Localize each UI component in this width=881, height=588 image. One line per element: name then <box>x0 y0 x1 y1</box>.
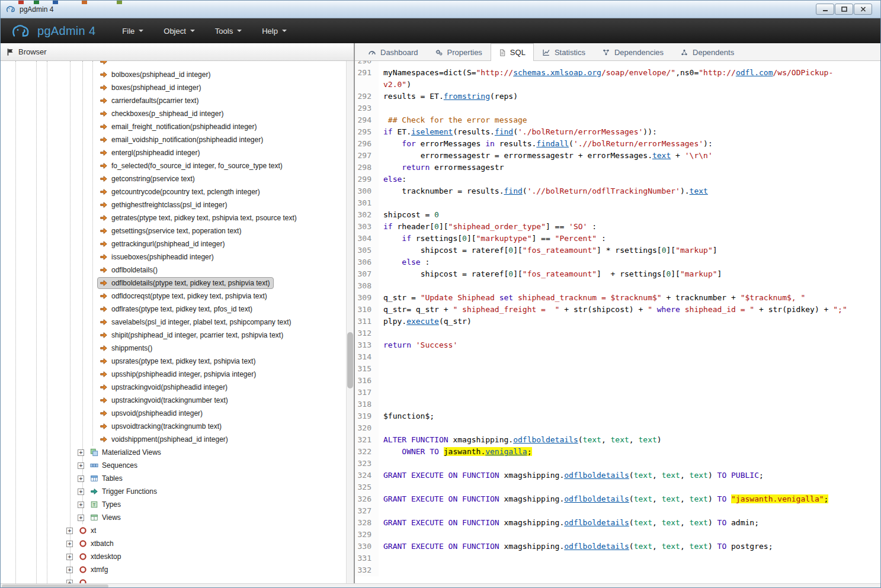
tree-item[interactable]: +Tables <box>1 472 346 485</box>
tree-item-content[interactable]: email_freight_notification(pshipheadid i… <box>97 121 261 133</box>
code-text[interactable]: shipcost = rateref[0]["fos_rateamount"] … <box>379 268 856 280</box>
code-text[interactable]: else : <box>379 256 856 268</box>
code-text[interactable]: results = ET.fromstring(reps) <box>379 91 856 102</box>
code-text[interactable] <box>379 399 856 410</box>
tree-item[interactable]: gettrackingurl(pshiphead_id integer) <box>1 237 346 250</box>
tree-item-content[interactable]: shipit(pshiphead_id integer, pcarrier te… <box>97 329 287 341</box>
tree-item-content[interactable]: getcountrycode(pcountry text, pclength i… <box>97 186 264 198</box>
tree-item[interactable]: odflboldetails() <box>1 264 346 277</box>
tree-item[interactable]: getcountrycode(pcountry text, pclength i… <box>1 185 346 198</box>
code-text[interactable] <box>379 505 856 517</box>
tree-item[interactable]: +xtdesktop <box>1 550 346 563</box>
code-text[interactable]: errormessagestr = errormessagestr + erro… <box>379 150 856 162</box>
tree-item-content[interactable]: getsettings(pservice text, poperation te… <box>97 225 245 237</box>
code-text[interactable] <box>379 327 856 339</box>
code-text[interactable] <box>379 351 856 363</box>
code-text[interactable]: GRANT EXECUTE ON FUNCTION xmagshipping.o… <box>379 517 856 529</box>
tree-item[interactable]: +Views <box>1 511 346 524</box>
tree-item[interactable]: +Trigger Functions <box>1 485 346 498</box>
menu-object[interactable]: Object <box>153 18 205 43</box>
tree-item-content[interactable]: Tables <box>88 473 127 484</box>
code-text[interactable] <box>379 102 856 114</box>
tree-item[interactable]: +xt <box>1 524 346 537</box>
code-text[interactable]: ALTER FUNCTION xmagshipping.odflboldetai… <box>379 434 856 446</box>
tab-dependencies[interactable]: Dependencies <box>594 43 672 61</box>
tree-item[interactable]: +Sequences <box>1 459 346 472</box>
tree-item[interactable]: +Materialized Views <box>1 446 346 459</box>
vertical-scrollbar[interactable] <box>346 61 354 583</box>
tree-item-content[interactable]: bolboxes(pshiphead_id integer) <box>97 69 214 81</box>
tree-item-content[interactable]: checkboxes(p_shiphead_id integer) <box>97 108 228 120</box>
tree-item-content[interactable]: xtdesktop <box>76 551 125 563</box>
code-text[interactable] <box>379 529 856 541</box>
code-text[interactable]: shipcost = 0 <box>379 209 856 221</box>
code-text[interactable]: return 'Success' <box>379 339 856 351</box>
code-text[interactable]: plpy.execute(q_str) <box>379 316 856 327</box>
expand-icon[interactable]: + <box>66 528 73 534</box>
tree-item[interactable]: +TTypes <box>1 498 346 511</box>
tree-item[interactable]: getrates(ptype text, pidkey text, pshipv… <box>1 211 346 224</box>
code-text[interactable]: shipcost = rateref[0]["fos_rateamount"] … <box>379 245 856 256</box>
code-text[interactable]: GRANT EXECUTE ON FUNCTION xmagshipping.o… <box>379 470 856 481</box>
tree-item[interactable]: +xtbatch <box>1 537 346 550</box>
code-text[interactable]: OWNER TO jaswanth.venigalla; <box>379 446 856 458</box>
tree-item[interactable]: fo_selected(fo_source_id integer, fo_sou… <box>1 159 346 172</box>
code-text[interactable]: GRANT EXECUTE ON FUNCTION xmagshipping.o… <box>379 541 856 552</box>
tree-item[interactable]: upsrates(ptype text, pidkey text, pshipv… <box>1 355 346 368</box>
expand-icon[interactable]: + <box>66 541 73 547</box>
code-text[interactable]: for errorMessages in results.findall('./… <box>379 138 856 150</box>
tree-item-content[interactable]: upsvoid(pshipheadid integer) <box>97 407 207 419</box>
menu-help[interactable]: Help <box>252 18 297 43</box>
tree-item[interactable]: bolboxes(pshiphead_id integer) <box>1 68 346 81</box>
tree-item-content[interactable]: odfldocreqst(ptype text, pidkey text, ps… <box>97 290 271 302</box>
code-text[interactable]: if ET.iselement(results.find('./bolRetur… <box>379 126 856 138</box>
tree-item[interactable]: +xtmfg <box>1 563 346 576</box>
menu-file[interactable]: File <box>112 18 153 43</box>
tree-item-content[interactable]: upsship(pshipheadid integer, pshipvia in… <box>97 368 260 380</box>
tree-item[interactable]: checkboxes(p_shiphead_id integer) <box>1 107 346 120</box>
tree-item-content[interactable]: upsvoidtracking(trackingnumb text) <box>97 420 226 432</box>
code-text[interactable] <box>379 363 856 375</box>
minimize-button[interactable] <box>816 4 834 15</box>
tab-sql[interactable]: SQL <box>491 43 534 61</box>
code-text[interactable]: GRANT EXECUTE ON FUNCTION xmagshipping.o… <box>379 493 856 505</box>
tree-item[interactable]: email_freight_notification(pshipheadid i… <box>1 120 346 133</box>
tree-item[interactable]: upsvoid(pshipheadid integer) <box>1 407 346 420</box>
tree-item-content[interactable]: xtbatch <box>76 538 118 550</box>
code-text[interactable] <box>379 481 856 493</box>
tree-item-content[interactable]: fo_selected(fo_source_id integer, fo_sou… <box>97 160 287 172</box>
code-text[interactable]: myNamespaces=dict(S="http://schemas.xmls… <box>379 67 856 91</box>
tree-item-content[interactable]: issueboxes(pshipheadid integer) <box>97 251 218 263</box>
tab-dashboard[interactable]: Dashboard <box>360 43 427 61</box>
tree-item[interactable]: gethighestfreightclass(psl_id integer) <box>1 198 346 211</box>
expand-icon[interactable]: + <box>78 502 84 508</box>
tree-item-content[interactable] <box>76 577 95 583</box>
code-text[interactable]: ## Check for the error message <box>379 114 856 126</box>
code-text[interactable]: if rsettings[0]["markuptype"] == "Percen… <box>379 233 856 245</box>
tree-item-content[interactable]: upsrates(ptype text, pidkey text, pshipv… <box>97 355 260 367</box>
tree-item-content[interactable]: savelabels(psl_id integer, plabel text, … <box>97 316 296 328</box>
tree-item[interactable]: upsship(pshipheadid integer, pshipvia in… <box>1 368 346 381</box>
code-text[interactable]: q_str= q_str + " shiphead_freight = " + … <box>379 304 856 316</box>
tree-item[interactable]: savelabels(psl_id integer, plabel text, … <box>1 316 346 329</box>
tree-item[interactable]: upstrackingvoid(trackingnumber text) <box>1 394 346 407</box>
tree-item-content[interactable]: upstrackingvoid(trackingnumber text) <box>97 394 232 406</box>
tab-statistics[interactable]: Statistics <box>534 43 594 61</box>
horizontal-scrollbar[interactable] <box>1 583 880 588</box>
code-text[interactable] <box>379 61 856 67</box>
code-text[interactable] <box>379 564 856 576</box>
code-text[interactable] <box>379 197 856 209</box>
tree-item-content[interactable]: Materialized Views <box>88 446 165 458</box>
tree-item[interactable]: odfldocreqst(ptype text, pidkey text, ps… <box>1 290 346 303</box>
expand-icon[interactable]: + <box>78 475 84 482</box>
tree-item-content[interactable]: getrates(ptype text, pidkey text, pshipv… <box>97 212 301 224</box>
code-text[interactable] <box>379 552 856 564</box>
tree-item-content[interactable]: carrierdefaults(pcarrier text) <box>97 95 203 107</box>
tree-item-content[interactable]: TTypes <box>88 499 125 510</box>
tree-item[interactable]: entergl(pshipheadid integer) <box>1 146 346 159</box>
code-text[interactable]: if rheader[0]["shiphead_order_type"] == … <box>379 221 856 233</box>
expand-icon[interactable]: + <box>78 462 84 469</box>
expand-icon[interactable]: + <box>66 567 73 573</box>
tree-item-content[interactable]: Sequences <box>88 460 142 471</box>
expand-icon[interactable]: + <box>78 489 84 495</box>
